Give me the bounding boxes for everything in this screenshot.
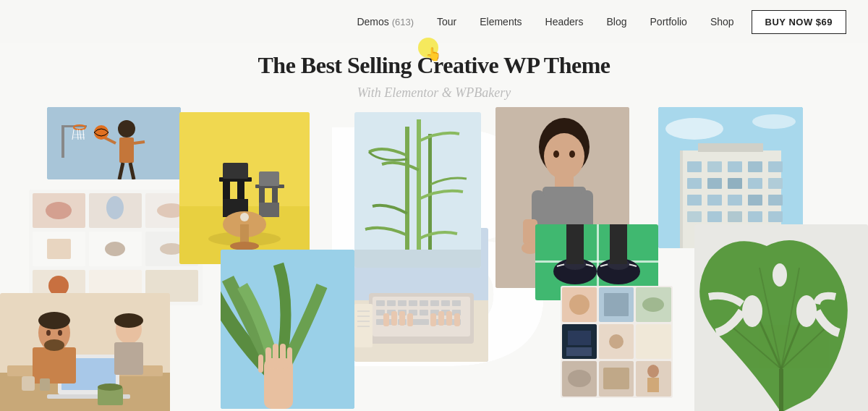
svg-rect-123: [354, 250, 481, 268]
svg-rect-108: [399, 311, 405, 326]
svg-point-134: [553, 151, 559, 158]
svg-point-149: [569, 295, 590, 315]
svg-point-169: [665, 118, 723, 140]
svg-rect-42: [33, 347, 76, 384]
navbar: Demos (613) Tour Elements Headers Blog P…: [0, 0, 868, 43]
svg-rect-78: [287, 347, 292, 369]
svg-rect-62: [223, 163, 248, 179]
svg-rect-176: [707, 161, 722, 172]
svg-rect-183: [728, 211, 742, 222]
svg-rect-146: [610, 224, 627, 264]
photo-chair: [179, 112, 310, 264]
photo-hands: [221, 250, 354, 409]
buy-button[interactable]: BUY NOW $69: [752, 10, 846, 34]
svg-rect-75: [265, 347, 271, 369]
nav-elements[interactable]: Elements: [480, 16, 522, 27]
nav-links: Demos (613) Tour Elements Headers Blog P…: [357, 16, 733, 27]
svg-rect-106: [383, 313, 389, 326]
nav-portfolio[interactable]: Portfolio: [650, 16, 687, 27]
photo-stems: [354, 112, 481, 268]
svg-rect-86: [398, 300, 407, 306]
svg-point-204: [773, 263, 787, 287]
nav-blog[interactable]: Blog: [607, 16, 627, 27]
svg-rect-156: [566, 347, 592, 356]
svg-rect-113: [454, 313, 460, 326]
svg-rect-53: [40, 378, 50, 391]
svg-rect-159: [636, 324, 671, 359]
svg-rect-189: [768, 178, 783, 189]
svg-rect-66: [259, 203, 279, 217]
svg-point-45: [58, 330, 62, 336]
svg-rect-114: [354, 304, 373, 347]
svg-rect-96: [420, 310, 428, 315]
svg-point-51: [98, 384, 122, 391]
svg-rect-175: [687, 211, 702, 222]
svg-rect-178: [707, 195, 722, 206]
svg-rect-120: [405, 127, 409, 268]
svg-rect-91: [452, 300, 461, 306]
svg-point-135: [569, 151, 575, 158]
demos-count: (613): [392, 17, 414, 27]
photo-grid: [561, 286, 673, 398]
svg-point-161: [568, 370, 591, 387]
svg-rect-67: [259, 171, 279, 186]
svg-rect-188: [768, 161, 783, 172]
nav-demos[interactable]: Demos (613): [357, 16, 414, 27]
svg-rect-84: [376, 300, 385, 306]
svg-rect-185: [748, 178, 762, 189]
svg-rect-145: [566, 224, 584, 264]
svg-rect-87: [409, 300, 417, 306]
svg-rect-92: [376, 310, 385, 315]
svg-rect-76: [273, 344, 278, 369]
svg-point-22: [106, 196, 124, 219]
svg-rect-151: [604, 293, 629, 316]
svg-rect-190: [768, 195, 783, 206]
svg-rect-85: [387, 300, 396, 306]
svg-rect-107: [391, 311, 397, 326]
photo-basketball: [47, 107, 181, 179]
svg-point-71: [240, 213, 249, 221]
svg-line-5: [134, 142, 145, 143]
demos-label: Demos: [357, 16, 388, 27]
svg-rect-52: [22, 376, 35, 391]
svg-point-28: [105, 242, 125, 256]
svg-rect-193: [698, 143, 763, 152]
nav-tour[interactable]: Tour: [437, 16, 456, 27]
svg-rect-179: [707, 211, 722, 222]
cursor-pointer-icon: 👆: [425, 46, 441, 62]
svg-point-20: [46, 202, 72, 219]
photo-products: [29, 190, 203, 305]
svg-rect-163: [603, 368, 629, 389]
nav-headers[interactable]: Headers: [545, 16, 584, 27]
photo-leaf: [694, 224, 868, 411]
hero-subtitle: With Elementor & WPBakery: [0, 85, 868, 101]
svg-rect-174: [687, 195, 702, 206]
svg-rect-155: [568, 331, 591, 345]
svg-rect-79: [258, 355, 263, 373]
svg-rect-172: [687, 161, 702, 172]
svg-rect-122: [428, 134, 432, 268]
svg-rect-112: [446, 311, 452, 326]
svg-point-49: [114, 313, 143, 328]
svg-rect-109: [407, 313, 413, 326]
svg-rect-177: [707, 178, 722, 189]
svg-point-170: [752, 114, 796, 129]
photo-people: [0, 293, 170, 411]
svg-rect-3: [119, 137, 134, 163]
svg-rect-77: [280, 344, 286, 369]
nav-shop[interactable]: Shop: [710, 16, 734, 27]
svg-point-43: [38, 312, 70, 329]
svg-point-158: [609, 334, 624, 349]
svg-point-153: [642, 297, 664, 312]
svg-rect-89: [430, 300, 439, 306]
svg-rect-166: [647, 378, 659, 392]
cursor-indicator: 👆: [418, 38, 438, 58]
svg-rect-9: [61, 125, 64, 158]
svg-rect-181: [728, 178, 742, 189]
svg-rect-111: [438, 311, 444, 326]
svg-point-202: [742, 295, 762, 327]
svg-rect-182: [728, 195, 742, 206]
svg-rect-110: [430, 313, 436, 326]
svg-rect-26: [47, 239, 71, 259]
svg-point-2: [118, 120, 135, 137]
